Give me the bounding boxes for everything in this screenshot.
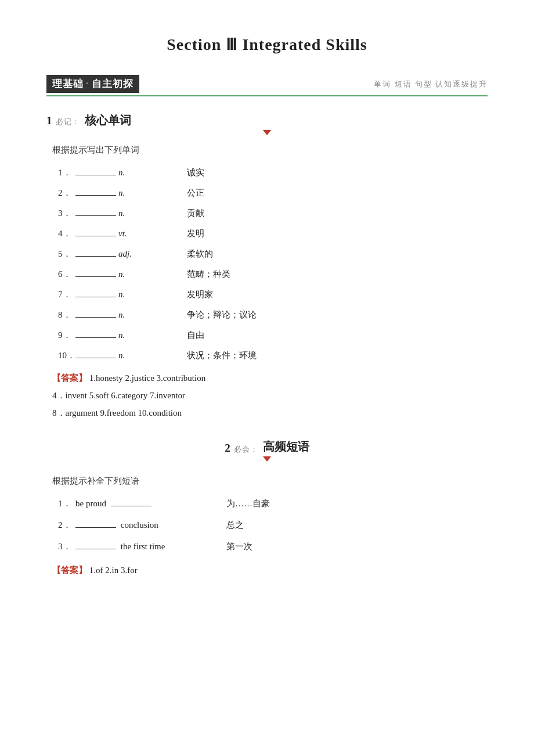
phrase-content-3: the first time xyxy=(75,540,192,552)
vocab-num-1: 1． xyxy=(58,167,75,178)
vocab-blank-10 xyxy=(75,349,116,358)
section1-label: 必记： xyxy=(56,117,80,127)
vocab-pos-4: vt. xyxy=(118,229,140,239)
vocab-row-6: 6． n. 范畴；种类 xyxy=(58,268,488,280)
banner-left: 理基础 · 自主初探 xyxy=(46,75,139,93)
section2-heading: 2 必会： 高频短语 xyxy=(225,439,309,455)
section2-arrow xyxy=(263,456,271,462)
section2-label: 必会： xyxy=(234,444,258,455)
vocab-meaning-5: 柔软的 xyxy=(187,249,213,260)
section1-answer-line1: 1.honesty 2.justice 3.contribution xyxy=(89,373,205,383)
vocab-pos-6: n. xyxy=(118,269,140,279)
phrase-content-1: be proud xyxy=(75,497,192,509)
phrase-row-2: 2． conclusion 总之 xyxy=(58,519,488,531)
vocab-pos-5: adj. xyxy=(118,249,140,259)
vocab-row-2: 2． n. 公正 xyxy=(58,186,488,199)
title-prefix: Section xyxy=(167,35,221,53)
section1-answer-line2: 4．invent 5.soft 6.category 7.inventor xyxy=(52,391,185,400)
vocab-row-1: 1． n. 诚实 xyxy=(58,166,488,178)
section1-heading-wrap: 1 必记： 核心单词 xyxy=(46,113,488,135)
vocab-blank-7 xyxy=(75,288,116,297)
vocab-meaning-8: 争论；辩论；议论 xyxy=(187,309,257,321)
phrase-row-3: 3． the first time 第一次 xyxy=(58,540,488,552)
phrase-meaning-3: 第一次 xyxy=(226,541,252,552)
vocab-row-7: 7． n. 发明家 xyxy=(58,288,488,300)
vocab-pos-2: n. xyxy=(118,188,140,198)
section2-answer-block: 【答案】 1.of 2.in 3.for xyxy=(52,561,488,579)
vocab-meaning-4: 发明 xyxy=(187,228,204,239)
vocab-row-5: 5． adj. 柔软的 xyxy=(58,247,488,260)
section2-answer-label: 【答案】 xyxy=(52,566,87,575)
vocab-meaning-10: 状况；条件；环境 xyxy=(187,350,257,361)
page-title: Section Ⅲ Integrated Skills xyxy=(46,35,488,54)
banner-part2: 自主初探 xyxy=(92,77,134,91)
phrase-blank-1 xyxy=(111,497,151,506)
vocab-pos-10: n. xyxy=(118,351,140,361)
vocab-blank-6 xyxy=(75,268,116,277)
vocab-num-2: 2． xyxy=(58,188,75,199)
vocab-meaning-7: 发明家 xyxy=(187,289,213,300)
vocab-num-10: 10． xyxy=(58,350,75,361)
phrase-num-3: 3． xyxy=(58,541,75,552)
vocab-pos-8: n. xyxy=(118,310,140,320)
vocab-blank-1 xyxy=(75,166,116,175)
banner-part1: 理基础 xyxy=(52,77,84,91)
vocab-num-6: 6． xyxy=(58,269,75,280)
section1-answer-label: 【答案】 xyxy=(52,373,87,383)
vocab-meaning-6: 范畴；种类 xyxy=(187,269,230,280)
section1-answer-block: 【答案】 1.honesty 2.justice 3.contribution … xyxy=(52,369,488,422)
title-suffix: Integrated Skills xyxy=(242,35,367,53)
vocab-blank-2 xyxy=(75,186,116,196)
vocab-meaning-9: 自由 xyxy=(187,330,204,341)
vocab-blank-3 xyxy=(75,207,116,216)
vocab-num-9: 9． xyxy=(58,330,75,341)
vocab-pos-1: n. xyxy=(118,168,140,178)
phrase-meaning-1: 为……自豪 xyxy=(226,498,270,509)
section1-heading-inner: 1 必记： 核心单词 xyxy=(46,113,131,128)
vocab-meaning-3: 贡献 xyxy=(187,208,204,219)
phrase-num-1: 1． xyxy=(58,498,75,509)
section1-main-heading: 核心单词 xyxy=(85,113,131,128)
vocab-list: 1． n. 诚实 2． n. 公正 3． n. 贡献 4． vt. 发明 5． … xyxy=(58,166,488,361)
vocab-row-9: 9． n. 自由 xyxy=(58,329,488,341)
section-banner: 理基础 · 自主初探 单词 短语 句型 认知逐级提升 xyxy=(46,75,488,96)
section2-centered-heading: 2 必会： 高频短语 xyxy=(46,439,488,462)
section2-instruction: 根据提示补全下列短语 xyxy=(52,476,488,487)
phrase-num-2: 2． xyxy=(58,520,75,531)
vocab-blank-9 xyxy=(75,329,116,338)
vocab-pos-3: n. xyxy=(118,208,140,218)
vocab-blank-5 xyxy=(75,247,116,257)
vocab-blank-4 xyxy=(75,227,116,236)
phrase-blank-3 xyxy=(75,540,116,549)
vocab-meaning-2: 公正 xyxy=(187,188,204,199)
vocab-row-3: 3． n. 贡献 xyxy=(58,207,488,219)
vocab-row-4: 4． vt. 发明 xyxy=(58,227,488,239)
section2-answer-line: 1.of 2.in 3.for xyxy=(89,566,138,575)
banner-right: 单词 短语 句型 认知逐级提升 xyxy=(374,79,488,89)
vocab-num-3: 3． xyxy=(58,208,75,219)
vocab-pos-7: n. xyxy=(118,290,140,300)
section1-answer-line3: 8．argument 9.freedom 10.condition xyxy=(52,408,182,417)
phrase-content-2: conclusion xyxy=(75,519,192,530)
phrase-blank-2 xyxy=(75,519,116,528)
banner-dot: · xyxy=(86,78,89,90)
vocab-num-8: 8． xyxy=(58,309,75,321)
section2-number: 2 xyxy=(225,442,230,455)
phrase-meaning-2: 总之 xyxy=(226,520,244,531)
vocab-num-7: 7． xyxy=(58,289,75,300)
section1-instruction: 根据提示写出下列单词 xyxy=(52,145,488,156)
vocab-row-8: 8． n. 争论；辩论；议论 xyxy=(58,308,488,321)
section2-heading-wrap: 2 必会： 高频短语 xyxy=(46,439,488,462)
section1-arrow xyxy=(263,130,271,135)
vocab-meaning-1: 诚实 xyxy=(187,167,204,178)
vocab-pos-9: n. xyxy=(118,330,140,340)
section2-main-heading: 高频短语 xyxy=(263,439,309,455)
title-roman: Ⅲ xyxy=(226,35,242,53)
vocab-blank-8 xyxy=(75,308,116,318)
phrase-row-1: 1． be proud 为……自豪 xyxy=(58,497,488,509)
section1-number: 1 xyxy=(46,114,52,127)
vocab-row-10: 10． n. 状况；条件；环境 xyxy=(58,349,488,361)
vocab-num-4: 4． xyxy=(58,228,75,239)
phrase-list: 1． be proud 为……自豪 2． conclusion 总之 3． th… xyxy=(58,497,488,552)
vocab-num-5: 5． xyxy=(58,249,75,260)
